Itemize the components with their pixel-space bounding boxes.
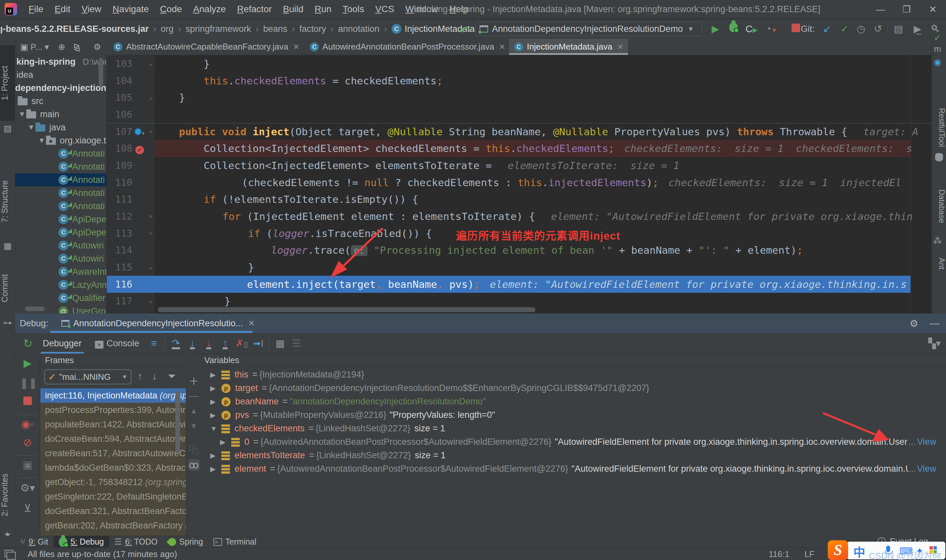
stack-frame[interactable]: getBean:202, AbstractBeanFactory (: [40, 518, 186, 533]
remove-watch-button[interactable]: —: [188, 390, 200, 402]
project-tree-item[interactable]: king-in-springD:\wor: [15, 55, 106, 68]
ime-mic-icon[interactable]: [886, 546, 890, 552]
tool-button-favorites[interactable]: 2: Favorites: [0, 462, 15, 528]
debugger-settings-sliders-icon[interactable]: ☰: [288, 337, 305, 349]
tool-button-restfultool[interactable]: RestfulTool: [932, 75, 946, 180]
line-number[interactable]: 115: [107, 262, 133, 273]
frame-down-icon[interactable]: ↓: [152, 371, 157, 382]
tab-debugger[interactable]: Debugger: [43, 333, 82, 354]
ime-grid-icon[interactable]: [929, 546, 937, 554]
frame-up-icon[interactable]: ↑: [138, 371, 143, 382]
fold-marker[interactable]: ▵: [147, 297, 154, 305]
menu-item-code[interactable]: Code: [154, 0, 188, 18]
expand-arrow-icon[interactable]: ▶: [210, 398, 221, 406]
code-line[interactable]: 113▿if (logger.isTraceEnabled()) {: [107, 225, 932, 242]
line-number[interactable]: 111: [107, 194, 133, 205]
filter-funnel-icon[interactable]: ⏷: [168, 371, 176, 382]
project-tree-item[interactable]: CAnnotati: [15, 186, 106, 200]
project-settings-gear-icon[interactable]: ⚙: [90, 41, 105, 53]
code-line[interactable]: 112▿for (InjectedElement element : eleme…: [107, 208, 932, 225]
menu-item-refactor[interactable]: Refactor: [231, 0, 277, 18]
step-out-button[interactable]: ↑: [217, 337, 234, 349]
editor-tab[interactable]: CInjectionMetadata.java✕: [509, 39, 628, 55]
ime-keyboard-icon[interactable]: ⌨: [899, 546, 912, 556]
tree-scrollbar-horizontal[interactable]: [25, 306, 45, 311]
tool-button-ant[interactable]: Ant: [932, 249, 946, 278]
project-tree-item[interactable]: CLazyAnn: [15, 278, 106, 291]
project-tree-item[interactable]: CAnnotati: [15, 160, 106, 173]
close-button[interactable]: ✕: [920, 0, 946, 19]
line-ending[interactable]: LF: [804, 549, 814, 559]
force-step-into-button[interactable]: ↓: [201, 337, 217, 349]
show-execution-point-button[interactable]: ≡: [146, 338, 162, 349]
menu-item-navigate[interactable]: Navigate: [107, 0, 155, 18]
close-icon[interactable]: ✕: [248, 319, 254, 328]
fold-marker[interactable]: ▿: [147, 212, 154, 220]
debug-settings-gear-icon[interactable]: ⚙: [909, 318, 918, 329]
expand-arrow-icon[interactable]: ▶: [210, 465, 221, 473]
close-icon[interactable]: ✕: [617, 42, 624, 52]
menu-item-file[interactable]: File: [23, 0, 49, 18]
variable-row[interactable]: ▶elementsToIterate={LinkedHashSet@2272}s…: [201, 449, 946, 462]
menu-item-build[interactable]: Build: [277, 0, 309, 18]
run-configuration-select[interactable]: AnnotationDependencyInjectionResolutionD…: [475, 22, 702, 36]
project-tree-item[interactable]: CApiDepe: [15, 226, 106, 239]
project-tree-item[interactable]: ▼java: [15, 121, 106, 134]
fold-marker[interactable]: ▿: [147, 128, 154, 135]
tool-button-maven[interactable]: m: [932, 44, 942, 54]
close-icon[interactable]: ✕: [499, 42, 505, 52]
chevron-down-icon[interactable]: ▼: [27, 123, 35, 132]
editor-tab[interactable]: CAutowiredAnnotationBeanPostProcessor.ja…: [305, 39, 510, 55]
variable-row[interactable]: ▶this={InjectionMetadata@2194}: [201, 368, 946, 382]
tool-button-git[interactable]: ⑂ 9: Git: [15, 536, 54, 548]
menu-item-tools[interactable]: Tools: [337, 0, 370, 18]
expand-arrow-icon[interactable]: ▶: [210, 452, 221, 460]
editor-scrollbar-horizontal[interactable]: [158, 307, 535, 312]
rerun-button[interactable]: ↻: [20, 337, 36, 350]
variable-row[interactable]: ▶ppvs={MutablePropertyValues@2216}"Prope…: [201, 408, 946, 422]
caret-position[interactable]: 116:1: [769, 549, 789, 559]
breadcrumb-item[interactable]: org: [160, 24, 173, 34]
project-tree-item[interactable]: CAnnotati: [15, 173, 106, 186]
project-tree-item[interactable]: CQualifier: [15, 291, 106, 305]
stack-frame[interactable]: createBean:517, AbstractAutowireC: [40, 446, 186, 460]
code-line[interactable]: 110(checkedElements != null ? checkedEle…: [107, 174, 932, 191]
editor-tab[interactable]: CAbstractAutowireCapableBeanFactory.java…: [108, 39, 304, 55]
profiler-button[interactable]: ◔▼: [764, 22, 779, 36]
run-anything-icon[interactable]: ▶̲: [910, 22, 925, 36]
minimize-button[interactable]: —: [867, 0, 894, 19]
tree-scrollbar-vertical[interactable]: [99, 58, 103, 87]
variable-row[interactable]: ▶element={AutowiredAnnotationBeanPostPro…: [201, 462, 946, 475]
locate-file-icon[interactable]: ⊕: [55, 41, 68, 53]
run-button[interactable]: ▶: [708, 22, 723, 36]
project-tree-item[interactable]: src: [15, 95, 106, 108]
project-tree-item[interactable]: CAnnotati: [15, 147, 106, 160]
project-tree-item[interactable]: CAutowiri: [15, 252, 106, 265]
evaluate-expression-button[interactable]: ▦: [272, 337, 288, 349]
code-line[interactable]: 114logger.trace(o: "Processing injected …: [107, 242, 932, 259]
chevron-down-icon[interactable]: ▼: [18, 110, 26, 118]
debug-button[interactable]: [726, 22, 741, 36]
stack-frame[interactable]: populateBean:1422, AbstractAutowi: [40, 417, 186, 432]
code-editor[interactable]: 103▵}104this.checkedElements = checkedEl…: [107, 55, 932, 314]
collapse-all-icon[interactable]: ⧎: [70, 41, 83, 53]
screenshot-camera-icon[interactable]: ▣: [20, 458, 35, 471]
hide-panel-icon[interactable]: —: [929, 318, 940, 329]
run-with-coverage-button[interactable]: C▶: [744, 22, 759, 36]
close-icon[interactable]: ✕: [293, 42, 300, 52]
variable-row[interactable]: ▶ptarget={AnnotationDependencyInjectionR…: [201, 382, 946, 395]
fold-marker[interactable]: ▿: [147, 229, 154, 237]
project-structure-icon[interactable]: ▤: [891, 22, 906, 36]
move-up-icon[interactable]: ▲: [188, 407, 200, 415]
breadcrumb-item[interactable]: beans: [263, 24, 287, 34]
tool-button-commit[interactable]: Commit: [0, 262, 15, 314]
breadcrumb-item[interactable]: g-beans-5.2.2.RELEASE-sources.jar: [1, 24, 149, 34]
menu-item-run[interactable]: Run: [309, 0, 337, 18]
history-clock-icon[interactable]: ◷: [854, 22, 869, 36]
variable-row[interactable]: ▶pbeanName= "annotationDependencyInjecti…: [201, 395, 946, 408]
line-number[interactable]: 110: [107, 177, 133, 188]
code-line[interactable]: 111if (!elementsToIterate.isEmpty()) {: [107, 191, 932, 208]
current-position-icon[interactable]: ▾: [133, 126, 147, 137]
stack-frame[interactable]: doCreateBean:594, AbstractAutowir: [40, 432, 186, 446]
tool-button-database[interactable]: Database: [932, 167, 946, 246]
